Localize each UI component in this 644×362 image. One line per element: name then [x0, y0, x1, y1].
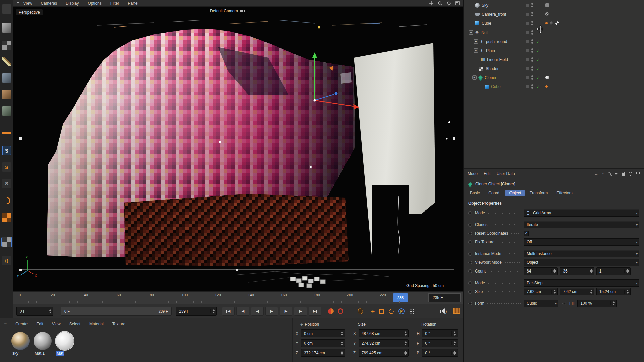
- anim-dot[interactable]: [468, 290, 472, 294]
- material-menu-texture[interactable]: Texture: [112, 322, 125, 326]
- s-badge-gray-icon[interactable]: S: [2, 179, 11, 188]
- timeline-ruler[interactable]: 235 235 F 020406080100120140160180200220: [13, 291, 463, 304]
- material-item[interactable]: Mat.1: [34, 332, 52, 356]
- mode-dropdown[interactable]: Grid Array▾: [524, 209, 639, 217]
- layer-toggle[interactable]: [526, 49, 529, 52]
- anim-dot[interactable]: [468, 223, 472, 227]
- om-row-push-round[interactable]: + ∗ push_round ✓: [464, 37, 644, 46]
- attr-menu-user-data[interactable]: User Data: [497, 171, 515, 176]
- lock-icon[interactable]: [622, 173, 625, 176]
- visibility-dots[interactable]: [531, 75, 533, 80]
- material-menu-grip-icon[interactable]: ≡: [4, 321, 7, 327]
- expand-toggle-icon[interactable]: −: [472, 75, 477, 80]
- step-mode-dropdown[interactable]: Per-Step▾: [524, 279, 639, 287]
- autokey-icon[interactable]: [338, 308, 343, 314]
- pan-view-icon[interactable]: [429, 1, 434, 6]
- protection-tag-icon[interactable]: [545, 12, 549, 16]
- go-to-end-button[interactable]: ▶: [309, 307, 321, 316]
- tab-effectors[interactable]: Effectors: [553, 190, 576, 196]
- size-y-input[interactable]: 274.32 cm: [359, 339, 409, 347]
- cube-tool-icon[interactable]: [2, 23, 11, 33]
- layer-toggle[interactable]: [526, 67, 529, 70]
- menu-cameras[interactable]: Cameras: [41, 1, 57, 6]
- size-z-input[interactable]: 15.24 cm: [596, 288, 631, 295]
- enabled-check-icon[interactable]: ✓: [535, 84, 541, 89]
- record-scale-icon[interactable]: [379, 309, 384, 314]
- form-dropdown[interactable]: Cubic▾: [524, 300, 558, 307]
- om-row-cube[interactable]: Cube: [464, 19, 644, 28]
- attr-menu-edit[interactable]: Edit: [484, 171, 491, 176]
- end-frame-input[interactable]: 239 F: [176, 307, 217, 316]
- om-row-camera-front[interactable]: Camera_front: [464, 10, 644, 19]
- layer-toggle[interactable]: [526, 13, 529, 16]
- anim-dot[interactable]: [468, 211, 472, 215]
- material-menu-view[interactable]: View: [52, 322, 61, 326]
- anim-dot[interactable]: [468, 261, 472, 264]
- enabled-check-icon[interactable]: ✓: [535, 75, 541, 80]
- menu-view[interactable]: View: [23, 1, 32, 6]
- material-tag-icon[interactable]: [545, 76, 549, 79]
- sound-icon[interactable]: ): [440, 308, 447, 314]
- up-icon[interactable]: ↑: [602, 172, 604, 176]
- anim-dot[interactable]: [468, 232, 472, 235]
- s-badge-selected-icon[interactable]: S: [2, 146, 11, 155]
- parentheses-tool-icon[interactable]: (): [2, 256, 11, 265]
- compositing-tag-icon[interactable]: [545, 3, 549, 7]
- timeline-playhead[interactable]: 235: [393, 293, 408, 302]
- instance-mode-dropdown[interactable]: Multi-Instance▾: [524, 250, 639, 257]
- om-row-null[interactable]: − ⊕ Null: [464, 28, 644, 37]
- menu-grip-icon[interactable]: ≡: [17, 1, 19, 6]
- om-row-linear-field[interactable]: Linear Field ✓: [464, 55, 644, 64]
- material-item[interactable]: sky: [11, 332, 30, 356]
- size-x-input[interactable]: 487.68 cm: [359, 329, 409, 337]
- viewport-3d-scene[interactable]: Y Z X Perspective Default Camera Grid Sp…: [13, 7, 463, 291]
- rotation-p-input[interactable]: 0 °: [422, 339, 458, 347]
- anim-dot[interactable]: [468, 252, 472, 256]
- material-menu-material[interactable]: Material: [89, 322, 104, 326]
- spline-tool-icon[interactable]: [2, 128, 11, 137]
- frame-stepper[interactable]: [47, 309, 52, 313]
- record-keyframe-icon[interactable]: [328, 308, 334, 314]
- fix-texture-dropdown[interactable]: Off▾: [524, 238, 639, 246]
- visibility-dots[interactable]: [531, 21, 533, 25]
- visibility-dots[interactable]: [531, 39, 533, 44]
- layer-toggle[interactable]: [526, 22, 529, 25]
- next-frame-button[interactable]: ▶: [280, 307, 292, 316]
- previous-frame-button[interactable]: ◀: [251, 307, 264, 316]
- tab-object[interactable]: Object: [505, 190, 525, 196]
- cube-variant-icon[interactable]: [2, 106, 11, 116]
- cube-variant-icon[interactable]: [2, 90, 11, 99]
- record-point-level-icon[interactable]: [409, 309, 414, 314]
- position-y-input[interactable]: 0 cm: [301, 339, 345, 347]
- material-thumbnail-sky[interactable]: [11, 332, 30, 350]
- menu-panel[interactable]: Panel: [128, 1, 138, 6]
- app-icon[interactable]: [2, 4, 11, 14]
- rotation-b-input[interactable]: 0 °: [422, 349, 458, 357]
- record-rotation-icon[interactable]: [388, 308, 395, 315]
- go-to-start-button[interactable]: ◀: [222, 307, 235, 316]
- expand-toggle-icon[interactable]: −: [474, 48, 478, 53]
- rotate-view-icon[interactable]: [446, 1, 451, 6]
- fill-input[interactable]: 100 %: [577, 300, 617, 307]
- menu-filter[interactable]: Filter: [110, 1, 119, 6]
- layer-toggle[interactable]: [526, 76, 529, 79]
- pen-tool-icon[interactable]: [2, 57, 11, 66]
- menu-options[interactable]: Options: [88, 1, 101, 6]
- visibility-dots[interactable]: [531, 30, 533, 35]
- checker-orange-icon[interactable]: [2, 213, 11, 222]
- om-row-plain[interactable]: − ∗ Plain ✓: [464, 46, 644, 55]
- material-thumbnail-mat1[interactable]: [34, 332, 52, 350]
- material-item-selected[interactable]: Mat: [56, 332, 74, 356]
- layer-toggle[interactable]: [526, 40, 529, 43]
- current-frame-field[interactable]: 235 F: [428, 293, 461, 302]
- material-menu-edit[interactable]: Edit: [36, 322, 43, 326]
- camera-label[interactable]: Default Camera: [210, 9, 246, 13]
- cube-variant-icon[interactable]: [2, 73, 11, 83]
- maximize-view-icon[interactable]: [455, 1, 460, 6]
- anim-dot[interactable]: [468, 240, 472, 244]
- menu-display[interactable]: Display: [66, 1, 79, 6]
- anim-dot[interactable]: [468, 281, 472, 285]
- attr-menu-mode[interactable]: Mode: [468, 171, 478, 176]
- om-row-cloner[interactable]: − Cloner ✓: [464, 73, 644, 82]
- anim-dot[interactable]: [468, 302, 472, 305]
